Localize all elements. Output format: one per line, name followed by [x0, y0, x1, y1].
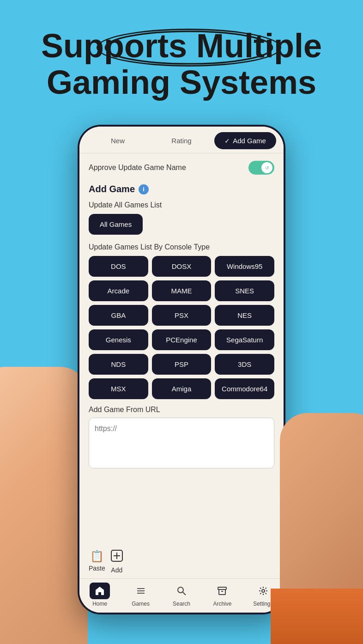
home-icon-container: [90, 583, 110, 599]
approve-label: Approve Update Game Name: [89, 164, 186, 172]
paste-label: Paste: [89, 565, 105, 572]
oval-decoration: [97, 29, 281, 67]
btn-nes[interactable]: NES: [215, 305, 274, 326]
approve-toggle[interactable]: ↺: [248, 161, 274, 175]
check-icon: ✓: [224, 137, 230, 145]
btn-psx[interactable]: PSX: [152, 305, 212, 326]
btn-commodore64[interactable]: Commodore64: [215, 378, 274, 399]
update-all-label: Update All Games List: [89, 201, 274, 209]
tab-new[interactable]: New: [87, 132, 149, 149]
btn-gba[interactable]: GBA: [89, 305, 148, 326]
sleeve-right: [271, 589, 363, 644]
hand-left: [0, 367, 88, 644]
console-row-1: DOS DOSX Windows95: [89, 256, 274, 277]
nav-archive-label: Archive: [213, 601, 231, 607]
paste-icon: 📋: [90, 550, 104, 563]
top-tab-bar: New Rating ✓ Add Game: [79, 127, 284, 153]
url-input[interactable]: [89, 418, 274, 468]
btn-nds[interactable]: NDS: [89, 354, 148, 375]
btn-pcengine[interactable]: PCEngine: [152, 329, 212, 350]
btn-arcade[interactable]: Arcade: [89, 280, 148, 301]
console-row-6: MSX Amiga Commodore64: [89, 378, 274, 399]
content-area: Approve Update Game Name ↺ Add Game i Up…: [79, 153, 284, 545]
btn-dos[interactable]: DOS: [89, 256, 148, 277]
btn-amiga[interactable]: Amiga: [152, 378, 212, 399]
console-row-3: GBA PSX NES: [89, 305, 274, 326]
btn-segasaturn[interactable]: SegaSaturn: [215, 329, 274, 350]
games-icon-container: [131, 583, 151, 599]
add-icon: [111, 550, 123, 565]
add-button[interactable]: Add: [111, 550, 123, 574]
info-icon[interactable]: i: [139, 184, 149, 194]
approve-row: Approve Update Game Name ↺: [89, 161, 274, 175]
archive-icon: [217, 586, 227, 596]
nav-games[interactable]: Games: [120, 583, 161, 607]
console-row-4: Genesis PCEngine SegaSaturn: [89, 329, 274, 350]
svg-point-7: [178, 587, 183, 593]
games-icon: [136, 586, 146, 596]
btn-dosx[interactable]: DOSX: [152, 256, 212, 277]
nav-home-label: Home: [92, 601, 107, 607]
tab-rating[interactable]: Rating: [151, 132, 212, 149]
btn-mame[interactable]: MAME: [152, 280, 212, 301]
svg-line-8: [183, 592, 186, 595]
tab-add-game[interactable]: ✓ Add Game: [214, 132, 276, 149]
phone-device: New Rating ✓ Add Game Approve Update Gam…: [78, 125, 285, 614]
console-row-5: NDS PSP 3DS: [89, 354, 274, 375]
btn-genesis[interactable]: Genesis: [89, 329, 148, 350]
update-by-console-label: Update Games List By Console Type: [89, 243, 274, 251]
search-icon: [176, 586, 187, 596]
action-buttons-row: 📋 Paste Add: [79, 545, 284, 578]
nav-games-label: Games: [132, 601, 150, 607]
btn-psp[interactable]: PSP: [152, 354, 212, 375]
svg-rect-9: [218, 587, 226, 589]
nav-search-label: Search: [173, 601, 190, 607]
toggle-knob: ↺: [261, 162, 272, 173]
paste-button[interactable]: 📋 Paste: [89, 550, 105, 574]
home-icon: [95, 586, 105, 596]
all-games-button[interactable]: All Games: [89, 214, 143, 235]
nav-home[interactable]: Home: [79, 583, 120, 607]
console-row-2: Arcade MAME SNES: [89, 280, 274, 301]
btn-snes[interactable]: SNES: [215, 280, 274, 301]
add-game-section-title: Add Game i: [89, 184, 274, 194]
nav-archive[interactable]: Archive: [202, 583, 242, 607]
bottom-nav: Home Games: [79, 578, 284, 613]
url-section-label: Add Game From URL: [89, 406, 274, 414]
add-label: Add: [111, 566, 122, 574]
settings-icon: [258, 586, 268, 596]
svg-point-0: [105, 31, 272, 64]
search-icon-container: [171, 583, 192, 599]
btn-windows95[interactable]: Windows95: [215, 256, 274, 277]
archive-icon-container: [212, 583, 232, 599]
btn-3ds[interactable]: 3DS: [215, 354, 274, 375]
nav-search[interactable]: Search: [161, 583, 202, 607]
nav-settings-label: Settings: [253, 601, 273, 607]
btn-msx[interactable]: MSX: [89, 378, 148, 399]
header-line2: Gaming Systems: [47, 64, 316, 101]
svg-point-11: [262, 589, 265, 592]
